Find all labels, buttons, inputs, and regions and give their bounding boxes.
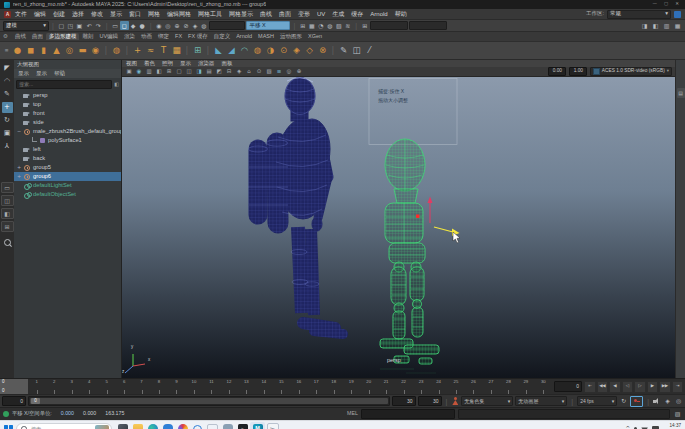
outliner-item[interactable]: front (14, 109, 121, 118)
file-icon[interactable]: ◳ (66, 21, 75, 30)
shelf-icon[interactable]: ◫ (350, 44, 363, 57)
current-frame-field[interactable]: 0 (554, 381, 582, 392)
weather-thumbnail[interactable] (95, 425, 109, 429)
outliner-search-input[interactable] (16, 80, 112, 89)
animation-preferences-icon[interactable]: ◎ (674, 397, 683, 406)
toolbox-tool[interactable]: ▣ (2, 128, 13, 139)
viewport-toolbar-icon[interactable]: ◈ (235, 68, 243, 76)
taskbar-search-input[interactable] (29, 425, 93, 429)
shelf-icon[interactable]: ◑ (264, 44, 277, 57)
maximize-button[interactable]: ▢ (664, 2, 668, 7)
history-render-icon[interactable]: ◍ (325, 21, 334, 30)
timeline-tick[interactable]: 14 (255, 379, 272, 394)
taskbar-app[interactable] (220, 422, 235, 429)
shelf-icon[interactable]: ◇ (303, 44, 316, 57)
playback-button[interactable]: ◁ (622, 381, 634, 393)
menu-set-dropdown[interactable]: 建模▾ (3, 21, 49, 31)
viewport-toolbar-icon[interactable]: ⌂ (245, 68, 253, 76)
viewport-toolbar-icon[interactable]: ⊕ (295, 68, 303, 76)
range-start-field[interactable]: 0 (2, 396, 26, 406)
toolbox-tool[interactable]: ◠ (2, 76, 13, 87)
numeric-input-label-field[interactable]: 平移 X (246, 21, 290, 30)
edit-icon[interactable]: ↷ (94, 21, 103, 30)
workspace-dropdown[interactable]: 常规 ▾ (607, 10, 671, 19)
range-slider-bar-fill[interactable] (30, 398, 388, 404)
timeline-tick[interactable]: 17 (308, 379, 325, 394)
colorspace-dropdown[interactable]: ACES 1.0 SDR-video (sRGB) ▾ (590, 67, 672, 76)
shelf-tab[interactable]: 多边形建模 (46, 33, 80, 41)
playback-button[interactable]: ▷ (634, 381, 646, 393)
shelf-icon[interactable]: ❘ (104, 44, 108, 57)
character-set-icon[interactable] (451, 397, 459, 406)
menu-item[interactable]: 曲线 (260, 11, 272, 17)
viewport-toolbar-icon[interactable]: ⊞ (165, 68, 173, 76)
outliner-item[interactable]: side (14, 118, 121, 127)
timeline-tick[interactable]: 29 (517, 379, 534, 394)
anim-layer-dropdown[interactable]: 无动画层▾ (515, 396, 567, 406)
playback-button[interactable]: ◀ (609, 381, 621, 393)
selection-mode-icon[interactable]: ◆ (129, 21, 138, 30)
shelf-icon[interactable]: ◣ (212, 44, 225, 57)
timeline-tick[interactable]: 16 (290, 379, 307, 394)
menu-item[interactable]: Arnold (370, 11, 387, 17)
outliner-item[interactable]: left (14, 145, 121, 154)
numeric-input-mode-icon[interactable]: ⊞ (360, 21, 369, 30)
outliner-item[interactable]: − male_zbrush2Brush_default_group (14, 127, 121, 136)
playback-button[interactable]: ◀◀ (597, 381, 609, 393)
outliner-menu-item[interactable]: 帮助 (54, 71, 65, 77)
snap-icon[interactable]: ◉ (154, 21, 163, 30)
timeline-tick[interactable]: 5 (98, 379, 115, 394)
menu-item[interactable]: 缓存 (351, 11, 363, 17)
selection-mode-icon[interactable]: ▭ (111, 21, 120, 30)
toolbox-tool[interactable]: ✎ (2, 89, 13, 100)
file-icon[interactable]: ▣ (75, 21, 84, 30)
shelf-icon[interactable]: ◍ (110, 44, 123, 57)
shelf-collapse-icon[interactable]: ≡ (3, 48, 10, 53)
shelf-icon[interactable]: ❘ (125, 44, 129, 57)
playback-button[interactable]: ▶ (647, 381, 659, 393)
minimize-button[interactable]: — (652, 2, 657, 7)
toolbox-tool[interactable]: + (2, 102, 13, 113)
shelf-icon[interactable]: ▮ (37, 44, 50, 57)
timeline-tick[interactable]: 6 (115, 379, 132, 394)
outliner-item[interactable]: defaultObjectSet (14, 190, 121, 199)
taskbar-app[interactable] (160, 422, 175, 429)
menu-item[interactable]: 编辑 (34, 11, 46, 17)
audio-mute-icon[interactable] (653, 397, 661, 405)
shelf-icon[interactable]: ◈ (290, 44, 303, 57)
shelf-icon[interactable]: ✎ (337, 44, 350, 57)
viewport-toolbar-icon[interactable]: ◧ (155, 68, 163, 76)
shelf-icon[interactable]: + (131, 44, 144, 57)
current-frame-marker[interactable]: 0 0 (0, 379, 28, 394)
range-end-field[interactable]: 30 (392, 396, 416, 406)
close-button[interactable]: ✕ (675, 2, 679, 7)
scene-end-field[interactable]: 30 (418, 396, 442, 406)
timeline-tick[interactable]: 9 (168, 379, 185, 394)
script-editor-icon[interactable]: ▨ (673, 410, 682, 419)
shelf-tab[interactable]: XGen (305, 33, 325, 41)
shelf-icon[interactable]: ⊞ (191, 44, 204, 57)
taskbar-search[interactable] (16, 423, 112, 429)
menu-item[interactable]: 网格工具 (198, 11, 222, 17)
playback-loop-icon[interactable]: ↻ (619, 397, 628, 406)
shelf-icon[interactable]: ≈ (144, 44, 157, 57)
selection-mode-icon[interactable]: ◻ (120, 21, 129, 30)
timeline-tick[interactable]: 25 (447, 379, 464, 394)
shelf-icon[interactable]: ❘ (185, 44, 189, 57)
shelf-icon[interactable]: T (157, 44, 170, 57)
channel-box-tab-icon[interactable]: ▤ (677, 88, 685, 98)
selection-mode-icon[interactable]: ● (138, 21, 147, 30)
workspace-bookmark-icon[interactable] (674, 11, 681, 18)
edit-icon[interactable]: ↶ (85, 21, 94, 30)
taskbar-app[interactable] (130, 422, 145, 429)
viewport-toolbar-icon[interactable]: ▢ (175, 68, 183, 76)
outliner-item[interactable]: + group6 (14, 172, 121, 181)
history-render-icon[interactable]: ≋ (343, 21, 352, 30)
auto-key-button[interactable] (630, 396, 643, 407)
timeline-tick[interactable]: 21 (377, 379, 394, 394)
taskbar-clock[interactable]: 14:37 2025/5/5 (663, 423, 681, 429)
taskbar-app[interactable] (145, 422, 160, 429)
menu-item[interactable]: 显示 (110, 11, 122, 17)
timeline-tick[interactable]: 8 (150, 379, 167, 394)
viewport-toolbar-icon[interactable]: ⊟ (225, 68, 233, 76)
